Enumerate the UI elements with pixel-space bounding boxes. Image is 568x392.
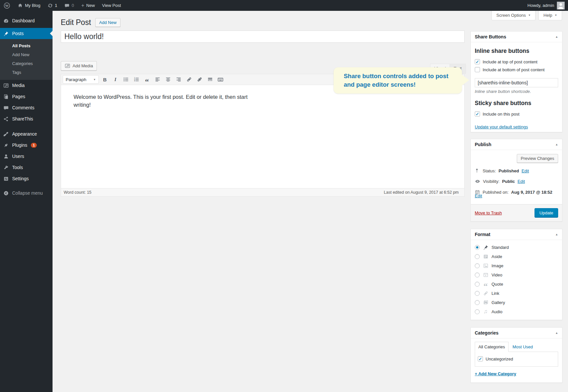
page-head: Edit Post Add New [61, 18, 120, 27]
comment-bubble-icon [64, 3, 70, 8]
sidebar-item-appearance[interactable]: Appearance [0, 128, 53, 140]
add-new-button[interactable]: Add New [95, 18, 120, 27]
checkbox-checked-icon[interactable]: ✓ [475, 111, 480, 117]
panel-toggle-icon[interactable]: ▲ [555, 35, 558, 38]
blockquote-button[interactable]: “ [142, 76, 151, 84]
panel-toggle-icon[interactable]: ▲ [555, 331, 558, 335]
sidebar-item-dashboard[interactable]: Dashboard [0, 15, 53, 26]
update-button[interactable]: Update [535, 208, 558, 218]
post-content-area[interactable]: Welcome to WordPress. This is your first… [61, 85, 464, 188]
format-image-icon [482, 263, 489, 269]
format-option-quote[interactable]: “ Quote [475, 281, 558, 287]
sidebar-item-plugins[interactable]: Plugins 1 [0, 140, 53, 151]
new-content-menu[interactable]: + New [77, 0, 98, 11]
remove-link-button[interactable] [195, 76, 204, 84]
format-option-link[interactable]: Link [475, 290, 558, 296]
radio-unselected[interactable] [475, 309, 480, 314]
inline-shortcode-input[interactable] [475, 78, 558, 87]
wrench-icon [3, 164, 9, 171]
panel-toggle-icon[interactable]: ▲ [555, 143, 558, 146]
sidebar-item-posts[interactable]: Posts [0, 28, 53, 39]
sidebar-item-media[interactable]: Media [0, 80, 53, 91]
page-title: Edit Post [61, 18, 91, 27]
read-more-tag-button[interactable] [206, 76, 214, 84]
align-left-button[interactable] [153, 76, 162, 84]
format-option-aside[interactable]: Aside [475, 253, 558, 260]
toolbar-toggle-button[interactable] [216, 76, 225, 84]
howdy-text[interactable]: Howdy, admin [528, 3, 554, 8]
add-media-button[interactable]: Add Media [61, 61, 97, 71]
comments-menu[interactable]: 0 [61, 0, 77, 11]
radio-unselected[interactable] [475, 300, 480, 305]
format-panel-header[interactable]: Format ▲ [471, 229, 562, 240]
publish-panel-header[interactable]: Publish ▲ [471, 139, 562, 150]
post-title-input[interactable] [61, 31, 465, 43]
submenu-categories[interactable]: Categories [0, 59, 53, 68]
sidebar-item-tools[interactable]: Tools [0, 162, 53, 173]
chevron-down-icon: ▼ [528, 14, 531, 17]
sidebar-item-sharethis[interactable]: ShareThis [0, 113, 53, 124]
categories-panel-header[interactable]: Categories ▲ [471, 328, 562, 338]
radio-unselected[interactable] [475, 282, 480, 287]
format-option-audio[interactable]: ♫ Audio [475, 308, 558, 315]
sidebar-item-settings[interactable]: Settings [0, 173, 53, 184]
edit-published-date-link[interactable]: Edit [475, 193, 482, 198]
radio-unselected[interactable] [475, 291, 480, 296]
screen-options-button[interactable]: Screen Options ▼ [492, 11, 536, 20]
format-option-image[interactable]: Image [475, 262, 558, 269]
updates-menu[interactable]: 1 [44, 0, 61, 11]
insert-link-button[interactable] [185, 76, 193, 84]
checkbox-checked-icon[interactable]: ✓ [478, 356, 483, 361]
sidebar-item-users[interactable]: Users [0, 151, 53, 162]
admin-sidebar: Dashboard Posts All Posts Add New Catego… [0, 11, 53, 392]
radio-unselected[interactable] [475, 272, 480, 277]
preview-changes-button[interactable]: Preview Changes [517, 154, 558, 163]
edit-status-link[interactable]: Edit [522, 168, 529, 173]
sidebar-item-comments[interactable]: Comments [0, 102, 53, 113]
format-option-video[interactable]: Video [475, 272, 558, 278]
include-on-post-checkbox-row[interactable]: ✓ Include on this post [475, 111, 558, 117]
bold-button[interactable]: B [100, 76, 109, 84]
tab-most-used[interactable]: Most Used [509, 342, 537, 352]
category-uncategorized-row[interactable]: ✓ Uncategorized [478, 356, 555, 361]
bullet-list-button[interactable] [121, 76, 130, 84]
submenu-tags[interactable]: Tags [0, 68, 53, 77]
submenu-add-new[interactable]: Add New [0, 50, 53, 59]
posts-submenu: All Posts Add New Categories Tags [0, 39, 53, 80]
add-new-category-link[interactable]: + Add New Category [475, 371, 516, 376]
radio-unselected[interactable] [475, 263, 480, 268]
comments-icon [3, 104, 9, 111]
radio-unselected[interactable] [475, 254, 480, 259]
wordpress-logo-menu[interactable]: W [0, 0, 14, 11]
radio-selected[interactable] [475, 245, 480, 250]
update-count: 1 [55, 3, 57, 8]
italic-button[interactable]: I [111, 76, 120, 84]
paragraph-format-select[interactable]: Paragraph ▼ [63, 75, 99, 84]
tab-all-categories[interactable]: All Categories [475, 342, 509, 352]
sidebar-item-pages[interactable]: Pages [0, 91, 53, 102]
update-default-settings-link[interactable]: Update your default settings [475, 124, 528, 129]
edit-visibility-link[interactable]: Edit [517, 179, 525, 184]
share-buttons-panel-header[interactable]: Share Buttons ▲ [471, 32, 562, 42]
format-option-standard[interactable]: Standard [475, 244, 558, 250]
align-center-button[interactable] [164, 76, 172, 84]
checkbox-unchecked-icon[interactable] [475, 67, 480, 72]
format-video-icon [482, 272, 489, 278]
include-top-checkbox-row[interactable]: ✓ Include at top of post content [475, 59, 558, 64]
avatar[interactable] [557, 2, 565, 10]
checkbox-checked-icon[interactable]: ✓ [475, 59, 480, 64]
collapse-menu-button[interactable]: Collapse menu [0, 187, 53, 199]
include-bottom-checkbox-row[interactable]: Include at bottom of post content [475, 67, 558, 72]
numbered-list-button[interactable]: 123 [132, 76, 141, 84]
word-count: Word count: 15 [64, 190, 92, 195]
submenu-all-posts[interactable]: All Posts [0, 41, 53, 50]
move-to-trash-link[interactable]: Move to Trash [475, 210, 502, 215]
view-post-link[interactable]: View Post [98, 0, 125, 11]
pin-icon [3, 30, 9, 37]
panel-toggle-icon[interactable]: ▲ [555, 233, 558, 236]
quote-icon: “ [145, 80, 149, 83]
help-button[interactable]: Help ▼ [538, 11, 562, 20]
site-name-menu[interactable]: My Blog [14, 0, 44, 11]
format-option-gallery[interactable]: Gallery [475, 299, 558, 306]
align-right-button[interactable] [174, 76, 183, 84]
